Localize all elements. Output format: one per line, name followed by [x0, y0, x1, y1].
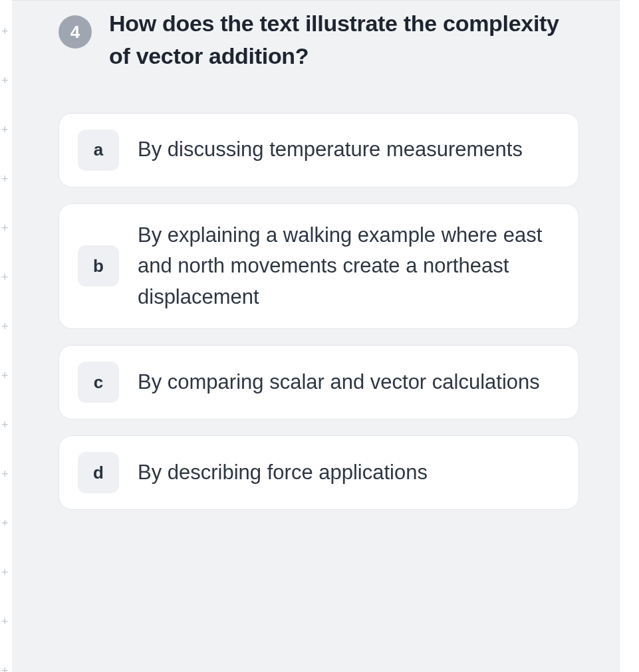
options-list: a By discussing temperature measurements…	[59, 113, 579, 510]
option-letter: a	[78, 130, 119, 171]
option-a[interactable]: a By discussing temperature measurements	[59, 113, 579, 187]
left-rail: ++++++++++++++++	[0, 0, 12, 672]
plus-icon: +	[0, 468, 12, 480]
plus-icon: +	[0, 74, 12, 86]
main-panel: 4 How does the text illustrate the compl…	[12, 0, 619, 672]
plus-icon: +	[0, 566, 12, 578]
option-letter: d	[78, 452, 119, 493]
question-text: How does the text illustrate the complex…	[109, 7, 579, 73]
plus-icon: +	[0, 517, 12, 529]
question-block: 4 How does the text illustrate the compl…	[12, 1, 619, 510]
plus-icon: +	[0, 173, 12, 185]
option-text: By describing force applications	[138, 457, 428, 489]
option-text: By comparing scalar and vector calculati…	[138, 367, 540, 398]
option-letter: b	[78, 245, 119, 286]
right-rail	[619, 0, 639, 672]
plus-icon: +	[0, 616, 12, 627]
question-number-badge: 4	[59, 15, 92, 49]
plus-icon: +	[0, 25, 12, 37]
option-text: By discussing temperature measurements	[138, 134, 523, 166]
option-d[interactable]: d By describing force applications	[59, 435, 579, 510]
plus-icon: +	[0, 665, 12, 672]
option-letter: c	[78, 362, 119, 403]
plus-icon: +	[0, 370, 12, 382]
plus-icon: +	[0, 124, 12, 136]
plus-icon: +	[0, 320, 12, 332]
question-header: 4 How does the text illustrate the compl…	[59, 7, 579, 73]
option-text: By explaining a walking example where ea…	[138, 220, 560, 313]
option-c[interactable]: c By comparing scalar and vector calcula…	[59, 345, 579, 419]
plus-icon: +	[0, 222, 12, 234]
plus-icon: +	[0, 271, 12, 283]
plus-icon: +	[0, 419, 12, 431]
option-b[interactable]: b By explaining a walking example where …	[59, 203, 579, 330]
